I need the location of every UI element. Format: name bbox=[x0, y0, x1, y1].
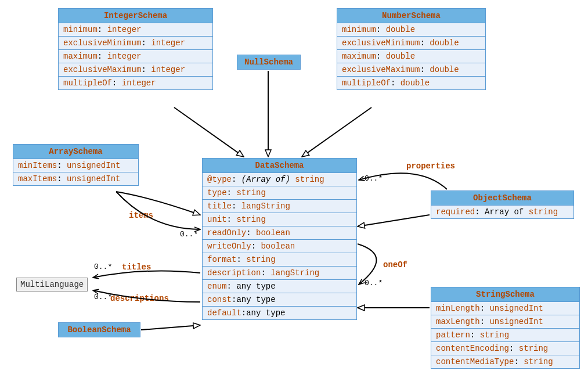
class-integer-schema: IntegerSchema minimum: integer exclusive… bbox=[58, 8, 213, 90]
attr-row: enum: any type bbox=[203, 280, 356, 293]
attr-row: writeOnly: boolean bbox=[203, 240, 356, 253]
mult-label-items: 0..* bbox=[180, 230, 198, 239]
class-title-array-schema: ArraySchema bbox=[13, 145, 138, 159]
attr-row: exclusiveMinimum: double bbox=[337, 37, 485, 50]
attr-row: unit: string bbox=[203, 213, 356, 226]
class-multilanguage: MultiLanguage bbox=[16, 278, 88, 292]
class-object-schema: ObjectSchema required: Array of string bbox=[431, 190, 574, 219]
class-array-schema: ArraySchema minItems: unsignedInt maxIte… bbox=[13, 144, 139, 186]
attr-row: exclusiveMaximum: integer bbox=[59, 63, 212, 77]
attr-row: title: langString bbox=[203, 200, 356, 213]
class-boolean-schema: BooleanSchema bbox=[58, 322, 140, 337]
attr-row: default:any type bbox=[203, 307, 356, 319]
class-data-schema: DataSchema @type: (Array of) string type… bbox=[202, 158, 357, 320]
class-title-object-schema: ObjectSchema bbox=[431, 191, 573, 206]
class-title-number-schema: NumberSchema bbox=[337, 9, 485, 23]
mult-label-properties: 0..* bbox=[365, 174, 383, 183]
attr-row: description: langString bbox=[203, 267, 356, 280]
attr-row: pattern: string bbox=[431, 329, 579, 342]
attr-row: multipleOf: integer bbox=[59, 77, 212, 89]
class-title-string-schema: StringSchema bbox=[431, 287, 579, 302]
attr-row: maximum: double bbox=[337, 50, 485, 63]
attr-row: minLength: unsignedInt bbox=[431, 302, 579, 315]
class-number-schema: NumberSchema minimum: double exclusiveMi… bbox=[337, 8, 486, 90]
assoc-label-titles: titles bbox=[122, 262, 151, 272]
class-title-null-schema: NullSchema bbox=[237, 55, 300, 69]
attr-row: const:any type bbox=[203, 293, 356, 307]
attr-row: contentEncoding: string bbox=[431, 342, 579, 355]
attr-row: minimum: double bbox=[337, 23, 485, 37]
mult-label-oneof: 0..* bbox=[365, 279, 383, 287]
attr-row: type: string bbox=[203, 186, 356, 200]
attr-row: multipleOf: double bbox=[337, 77, 485, 89]
class-string-schema: StringSchema minLength: unsignedInt maxL… bbox=[431, 287, 580, 369]
assoc-label-oneof: oneOf bbox=[383, 260, 407, 269]
class-title-boolean-schema: BooleanSchema bbox=[59, 323, 140, 337]
assoc-label-properties: properties bbox=[406, 161, 455, 171]
attr-row: exclusiveMaximum: double bbox=[337, 63, 485, 77]
attr-row: @type: (Array of) string bbox=[203, 173, 356, 186]
attr-row: exclusiveMinimum: integer bbox=[59, 37, 212, 50]
attr-row: format: string bbox=[203, 253, 356, 267]
attr-row: minimum: integer bbox=[59, 23, 212, 37]
class-title-data-schema: DataSchema bbox=[203, 159, 356, 173]
attr-row: readOnly: boolean bbox=[203, 226, 356, 240]
mult-label-descriptions: 0..* bbox=[94, 293, 112, 301]
assoc-label-items: items bbox=[129, 211, 153, 220]
class-null-schema: NullSchema bbox=[237, 55, 301, 70]
attr-row: maximum: integer bbox=[59, 50, 212, 63]
attr-row: minItems: unsignedInt bbox=[13, 159, 138, 172]
attr-row: maxItems: unsignedInt bbox=[13, 172, 138, 185]
attr-row: contentMediaType: string bbox=[431, 355, 579, 368]
attr-row: maxLength: unsignedInt bbox=[431, 315, 579, 329]
mult-label-titles: 0..* bbox=[94, 262, 112, 271]
assoc-label-descriptions: descriptions bbox=[110, 294, 169, 303]
attr-row: required: Array of string bbox=[431, 206, 573, 218]
class-title-integer-schema: IntegerSchema bbox=[59, 9, 212, 23]
